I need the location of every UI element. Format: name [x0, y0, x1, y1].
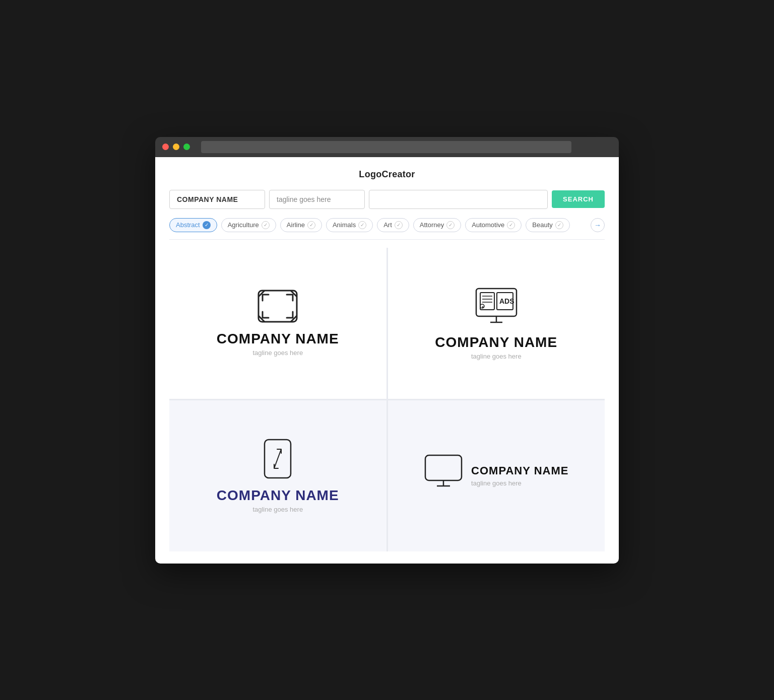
- search-bar: SEARCH: [169, 190, 605, 209]
- filter-label-agriculture: Agriculture: [228, 221, 259, 229]
- minimize-button[interactable]: [173, 144, 179, 150]
- mobile-expand-icon: [263, 438, 292, 479]
- ads-monitor-icon: ★ ADS: [474, 286, 519, 326]
- logo1-tagline: tagline goes here: [252, 349, 303, 357]
- logo1-company-name: COMPANY NAME: [217, 331, 339, 347]
- filter-check-animals: ✓: [358, 221, 366, 229]
- filter-label-automotive: Automotive: [472, 221, 504, 229]
- filter-label-animals: Animals: [333, 221, 356, 229]
- browser-titlebar: [155, 137, 619, 157]
- filter-chip-attorney[interactable]: Attorney✓: [413, 218, 461, 232]
- logo-card-1[interactable]: COMPANY NAME tagline goes here: [169, 248, 386, 399]
- svg-text:★: ★: [481, 305, 484, 309]
- logo4-text-block: COMPANY NAME tagline goes here: [471, 464, 568, 487]
- extra-input[interactable]: [369, 190, 548, 209]
- filter-check-automotive: ✓: [507, 221, 515, 229]
- filter-label-airline: Airline: [287, 221, 305, 229]
- logo4-tagline: tagline goes here: [471, 479, 568, 487]
- filter-label-beauty: Beauty: [532, 221, 552, 229]
- frame-icon: [257, 290, 298, 323]
- logo4-company-name: COMPANY NAME: [471, 464, 568, 477]
- logo-card-2[interactable]: ★ ADS COMPANY NAME tagline goes here: [388, 248, 605, 399]
- svg-rect-14: [425, 455, 462, 480]
- filter-next-button[interactable]: →: [591, 218, 605, 232]
- app-title: LogoCreator: [169, 169, 605, 180]
- filter-chip-agriculture[interactable]: Agriculture✓: [221, 218, 276, 232]
- svg-line-13: [274, 449, 281, 468]
- logo-card-3[interactable]: COMPANY NAME tagline goes here: [169, 400, 386, 551]
- filter-label-abstract: Abstract: [176, 221, 200, 229]
- filter-check-agriculture: ✓: [262, 221, 270, 229]
- logo3-company-name: COMPANY NAME: [217, 487, 339, 504]
- filter-chip-art[interactable]: Art✓: [377, 218, 409, 232]
- filter-check-attorney: ✓: [446, 221, 455, 229]
- search-button[interactable]: SEARCH: [552, 190, 605, 208]
- logo2-company-name: COMPANY NAME: [435, 334, 557, 351]
- maximize-button[interactable]: [183, 144, 190, 150]
- filter-chip-abstract[interactable]: Abstract✓: [169, 218, 217, 232]
- app-content: LogoCreator SEARCH Abstract✓Agriculture✓…: [155, 157, 619, 564]
- filter-check-art: ✓: [395, 221, 403, 229]
- filter-check-abstract: ✓: [203, 221, 211, 229]
- filter-check-airline: ✓: [307, 221, 315, 229]
- filter-label-art: Art: [383, 221, 392, 229]
- filter-chip-animals[interactable]: Animals✓: [326, 218, 373, 232]
- browser-window: LogoCreator SEARCH Abstract✓Agriculture✓…: [155, 137, 619, 564]
- monitor-icon: [424, 454, 463, 490]
- address-bar[interactable]: [201, 141, 571, 153]
- logo-grid: COMPANY NAME tagline goes here: [169, 248, 605, 551]
- filter-chip-airline[interactable]: Airline✓: [280, 218, 322, 232]
- company-name-input[interactable]: [169, 190, 265, 209]
- filter-check-beauty: ✓: [555, 221, 563, 229]
- filter-label-attorney: Attorney: [420, 221, 444, 229]
- filter-chip-automotive[interactable]: Automotive✓: [465, 218, 522, 232]
- filter-bar: Abstract✓Agriculture✓Airline✓Animals✓Art…: [169, 218, 605, 240]
- logo2-tagline: tagline goes here: [471, 353, 522, 360]
- svg-text:ADS: ADS: [499, 297, 514, 305]
- tagline-input[interactable]: [269, 190, 365, 209]
- logo-card-4[interactable]: COMPANY NAME tagline goes here: [388, 400, 605, 551]
- filter-chip-beauty[interactable]: Beauty✓: [526, 218, 569, 232]
- logo3-tagline: tagline goes here: [252, 506, 303, 513]
- close-button[interactable]: [162, 144, 169, 150]
